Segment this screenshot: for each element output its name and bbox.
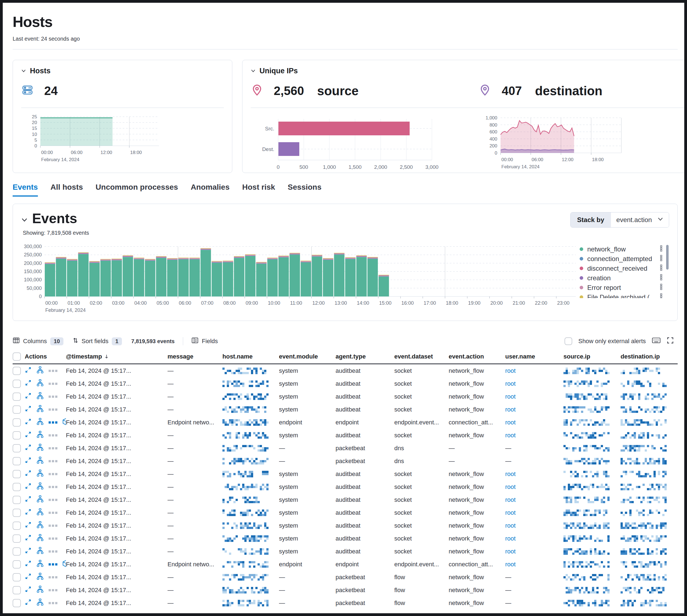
source-ip-cell[interactable] <box>563 573 621 581</box>
source-ip-cell[interactable] <box>563 444 621 452</box>
more-actions-icon[interactable] <box>49 512 57 514</box>
legend-more-icon[interactable] <box>659 255 663 263</box>
more-actions-icon[interactable] <box>49 383 57 385</box>
destination-ip-cell[interactable] <box>621 560 672 568</box>
destination-ip-cell[interactable] <box>621 483 672 490</box>
analyze-event-icon[interactable] <box>36 366 44 376</box>
redacted-value[interactable] <box>222 432 271 439</box>
redacted-value[interactable] <box>563 445 612 452</box>
redacted-value[interactable] <box>222 393 271 400</box>
legend-more-icon[interactable] <box>659 245 663 254</box>
expand-icon[interactable] <box>25 367 31 375</box>
redacted-value[interactable] <box>563 406 612 413</box>
source-ip-cell[interactable] <box>563 522 621 529</box>
redacted-value[interactable] <box>621 419 669 426</box>
col-destination-ip[interactable]: destination.ip <box>621 353 672 360</box>
destination-ip-cell[interactable] <box>621 496 672 503</box>
user-name-cell[interactable]: root <box>505 483 563 490</box>
timestamp-cell[interactable]: Feb 14, 2024 @ 15:17... <box>66 483 168 490</box>
redacted-value[interactable] <box>563 419 612 426</box>
destination-ip-cell[interactable] <box>621 419 672 426</box>
expand-icon[interactable] <box>25 483 31 491</box>
redacted-value[interactable] <box>563 458 612 465</box>
more-actions-icon[interactable] <box>49 589 57 591</box>
redacted-value[interactable] <box>563 548 612 555</box>
analyze-event-icon[interactable] <box>36 598 44 608</box>
user-name-cell[interactable]: root <box>505 496 563 503</box>
row-checkbox[interactable] <box>13 496 21 504</box>
analyze-event-icon[interactable] <box>36 508 44 518</box>
source-ip-cell[interactable] <box>563 509 621 516</box>
redacted-value[interactable] <box>563 599 612 607</box>
analyze-event-icon[interactable] <box>36 457 44 466</box>
redacted-value[interactable] <box>563 470 612 478</box>
host-name-cell[interactable] <box>222 367 279 374</box>
more-actions-icon[interactable] <box>49 525 57 527</box>
destination-ip-cell[interactable] <box>621 548 672 555</box>
row-checkbox[interactable] <box>13 573 21 581</box>
redacted-value[interactable] <box>621 535 669 542</box>
redacted-value[interactable] <box>621 470 669 478</box>
redacted-value[interactable] <box>621 509 669 516</box>
tab-host-risk[interactable]: Host risk <box>242 183 275 197</box>
more-actions-icon[interactable] <box>49 434 57 437</box>
redacted-value[interactable] <box>621 496 669 503</box>
redacted-value[interactable] <box>222 470 271 478</box>
row-checkbox[interactable] <box>13 560 21 569</box>
user-name-cell[interactable]: root <box>505 548 563 555</box>
analyze-event-icon[interactable] <box>36 379 44 389</box>
destination-ip-cell[interactable] <box>621 599 672 607</box>
expand-icon[interactable] <box>25 405 31 414</box>
redacted-value[interactable] <box>222 599 271 607</box>
destination-ip-cell[interactable] <box>621 573 672 581</box>
user-name-cell[interactable]: root <box>505 419 563 426</box>
expand-icon[interactable] <box>25 444 31 453</box>
expand-icon[interactable] <box>25 470 31 478</box>
redacted-value[interactable] <box>563 393 612 400</box>
analyze-event-icon[interactable] <box>36 573 44 582</box>
redacted-value[interactable] <box>563 509 612 516</box>
host-name-cell[interactable] <box>222 522 279 529</box>
host-name-cell[interactable] <box>222 560 279 568</box>
expand-icon[interactable] <box>25 599 31 607</box>
redacted-value[interactable] <box>222 587 271 594</box>
timestamp-cell[interactable]: Feb 14, 2024 @ 15:17... <box>66 419 168 426</box>
host-name-cell[interactable] <box>222 432 279 439</box>
more-actions-icon[interactable] <box>49 602 57 604</box>
row-checkbox[interactable] <box>13 418 21 426</box>
host-name-cell[interactable] <box>222 444 279 452</box>
row-checkbox[interactable] <box>13 457 21 465</box>
col-message[interactable]: message <box>168 353 222 360</box>
row-checkbox[interactable] <box>13 405 21 414</box>
stack-by-select[interactable]: event.action <box>611 213 669 227</box>
chevron-down-icon[interactable] <box>251 67 256 75</box>
expand-icon[interactable] <box>25 392 31 401</box>
col-source-ip[interactable]: source.ip <box>563 353 621 360</box>
source-ip-cell[interactable] <box>563 380 621 387</box>
analyze-event-icon[interactable] <box>36 521 44 530</box>
source-ip-cell[interactable] <box>563 457 621 465</box>
legend-more-icon[interactable] <box>659 293 663 299</box>
col-host-name[interactable]: host.name <box>222 353 279 360</box>
host-name-cell[interactable] <box>222 548 279 555</box>
external-alerts-checkbox[interactable] <box>564 337 572 345</box>
analyze-event-icon[interactable] <box>36 418 44 427</box>
redacted-value[interactable] <box>563 587 612 594</box>
col-user-name[interactable]: user.name <box>505 353 563 360</box>
timestamp-cell[interactable]: Feb 14, 2024 @ 15:17... <box>66 445 168 452</box>
row-checkbox[interactable] <box>13 522 21 530</box>
timestamp-cell[interactable]: Feb 14, 2024 @ 15:17... <box>66 509 168 516</box>
legend-item[interactable]: connection_attempted <box>580 254 663 264</box>
expand-icon[interactable] <box>25 379 31 388</box>
analyze-event-icon[interactable] <box>36 495 44 505</box>
redacted-value[interactable] <box>222 509 271 516</box>
redacted-value[interactable] <box>222 483 271 490</box>
chevron-down-icon[interactable] <box>21 67 26 75</box>
row-checkbox[interactable] <box>13 444 21 453</box>
tab-anomalies[interactable]: Anomalies <box>191 183 230 197</box>
host-name-cell[interactable] <box>222 586 279 594</box>
tab-uncommon-processes[interactable]: Uncommon processes <box>95 183 178 197</box>
user-name-cell[interactable]: root <box>505 380 563 387</box>
more-actions-icon[interactable] <box>49 460 57 462</box>
user-name-cell[interactable]: root <box>505 432 563 439</box>
